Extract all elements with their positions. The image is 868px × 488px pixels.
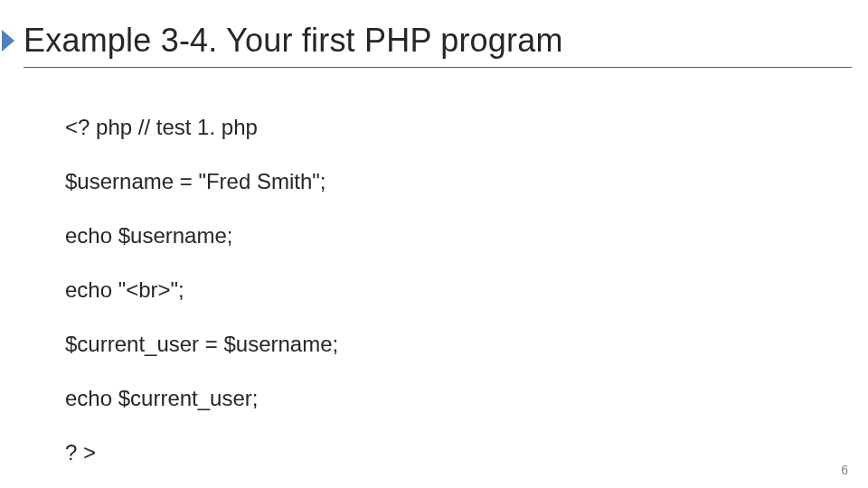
code-line: $current_user = $username; — [65, 331, 841, 358]
slide-body: <? php // test 1. php $username = "Fred … — [47, 87, 841, 488]
slide-title: Example 3-4. Your first PHP program — [24, 22, 563, 60]
title-bullet-icon — [2, 30, 14, 52]
code-line: <? php // test 1. php — [65, 114, 841, 141]
title-divider — [24, 67, 852, 68]
title-row: Example 3-4. Your first PHP program — [0, 22, 868, 60]
code-line: echo $username; — [65, 222, 841, 249]
code-line: ? > — [65, 439, 841, 466]
slide: Example 3-4. Your first PHP program <? p… — [0, 0, 868, 488]
code-line: echo $current_user; — [65, 385, 841, 412]
page-number: 6 — [841, 463, 848, 477]
code-line: echo "<br>"; — [65, 277, 841, 304]
code-block: <? php // test 1. php $username = "Fred … — [65, 87, 841, 488]
code-line: $username = "Fred Smith"; — [65, 168, 841, 195]
